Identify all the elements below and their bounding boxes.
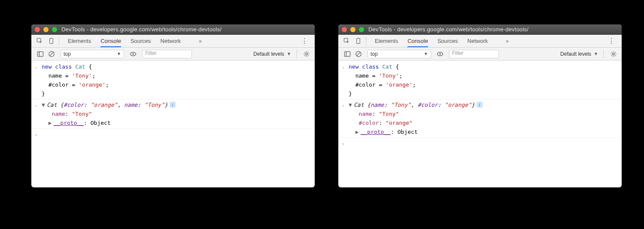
device-icon[interactable] bbox=[355, 38, 361, 44]
levels-select[interactable]: Default levels ▼ bbox=[251, 50, 294, 58]
console-prompt-row[interactable]: › bbox=[338, 138, 622, 149]
window-title: DevTools - developers.google.com/web/too… bbox=[368, 26, 529, 33]
output-prompt-icon: ‹ bbox=[342, 100, 349, 136]
sidebar-toggle-icon[interactable] bbox=[343, 50, 351, 58]
context-select[interactable]: top ▼ bbox=[368, 50, 431, 58]
sidebar-toggle-icon[interactable] bbox=[36, 50, 44, 58]
inspect-icon[interactable] bbox=[36, 38, 43, 44]
tabs-row: Elements Console Sources Network » ⋮ bbox=[31, 35, 315, 48]
info-icon[interactable]: i bbox=[170, 102, 176, 108]
tab-console[interactable]: Console bbox=[100, 38, 121, 44]
filter-input[interactable]: Filter bbox=[142, 50, 192, 58]
devtools-window-right: DevTools - developers.google.com/web/too… bbox=[338, 24, 622, 187]
tabs: Elements Console Sources Network » bbox=[369, 38, 509, 44]
minimize-icon[interactable] bbox=[43, 27, 49, 32]
svg-point-16 bbox=[439, 53, 441, 55]
prop-name: name bbox=[358, 111, 372, 117]
clear-icon[interactable] bbox=[355, 50, 362, 58]
console-output: ▼Cat {name: "Tony", #color: "orange"}i n… bbox=[349, 100, 618, 136]
svg-rect-2 bbox=[38, 51, 43, 56]
chevron-down-icon: ▼ bbox=[117, 51, 121, 56]
console-input-code: new class Cat { name = 'Tony'; #color = … bbox=[42, 62, 311, 98]
tab-sources[interactable]: Sources bbox=[437, 38, 458, 44]
chevron-down-icon: ▼ bbox=[424, 51, 428, 56]
expand-icon[interactable]: ▼ bbox=[349, 100, 354, 109]
more-tabs-icon[interactable]: » bbox=[199, 38, 202, 44]
titlebar[interactable]: DevTools - developers.google.com/web/too… bbox=[338, 24, 622, 35]
live-expression-icon[interactable] bbox=[436, 50, 444, 58]
context-select[interactable]: top ▼ bbox=[61, 50, 124, 58]
collapse-icon[interactable]: ▶ bbox=[49, 118, 54, 127]
svg-rect-11 bbox=[345, 51, 350, 56]
levels-select[interactable]: Default levels ▼ bbox=[558, 50, 601, 58]
filter-input[interactable]: Filter bbox=[449, 50, 499, 58]
clear-icon[interactable] bbox=[48, 50, 55, 58]
gear-icon[interactable] bbox=[610, 50, 617, 58]
input-prompt-icon: › bbox=[35, 62, 42, 98]
titlebar[interactable]: DevTools - developers.google.com/web/too… bbox=[31, 24, 315, 35]
console-prompt-row[interactable]: › bbox=[31, 129, 315, 140]
tab-network[interactable]: Network bbox=[468, 38, 488, 44]
input-prompt-icon: › bbox=[35, 130, 42, 139]
console-output-row: ‹ ▼Cat {name: "Tony", #color: "orange"}i… bbox=[338, 99, 622, 138]
svg-rect-1 bbox=[50, 38, 53, 43]
filter-placeholder: Filter bbox=[452, 50, 464, 56]
console-output: ▼Cat {#color: "orange", name: "Tony"}i n… bbox=[42, 100, 311, 127]
svg-rect-10 bbox=[357, 38, 360, 43]
tab-elements[interactable]: Elements bbox=[375, 38, 398, 44]
console-input-row: › new class Cat { name = 'Tony'; #color … bbox=[31, 61, 315, 99]
console-input-code: new class Cat { name = 'Tony'; #color = … bbox=[349, 62, 618, 98]
chevron-down-icon: ▼ bbox=[594, 51, 598, 56]
separator bbox=[296, 50, 297, 58]
expand-icon[interactable]: ▼ bbox=[42, 100, 47, 109]
svg-line-5 bbox=[50, 52, 53, 56]
svg-point-17 bbox=[613, 53, 614, 54]
tab-elements[interactable]: Elements bbox=[68, 38, 91, 44]
levels-value: Default levels bbox=[253, 51, 284, 57]
tab-sources[interactable]: Sources bbox=[131, 38, 151, 44]
console-toolbar: top ▼ Filter Default levels ▼ bbox=[338, 48, 622, 60]
close-icon[interactable] bbox=[35, 27, 40, 32]
console-body[interactable]: › new class Cat { name = 'Tony'; #color … bbox=[338, 60, 622, 150]
console-output-row: ‹ ▼Cat {#color: "orange", name: "Tony"}i… bbox=[31, 99, 315, 129]
console-body[interactable]: › new class Cat { name = 'Tony'; #color … bbox=[31, 60, 315, 141]
prop-proto[interactable]: __proto__ bbox=[361, 129, 391, 135]
console-prompt[interactable] bbox=[349, 139, 618, 148]
live-expression-icon[interactable] bbox=[129, 50, 137, 58]
levels-value: Default levels bbox=[560, 51, 591, 57]
console-input-row: › new class Cat { name = 'Tony'; #color … bbox=[338, 61, 622, 99]
input-prompt-icon: › bbox=[342, 139, 349, 148]
input-prompt-icon: › bbox=[342, 62, 349, 98]
console-toolbar: top ▼ Filter Default levels ▼ bbox=[31, 48, 315, 60]
tab-console[interactable]: Console bbox=[407, 38, 428, 44]
minimize-icon[interactable] bbox=[350, 27, 355, 32]
prop-proto[interactable]: __proto__ bbox=[54, 120, 84, 126]
fullscreen-icon[interactable] bbox=[359, 27, 364, 32]
console-prompt[interactable] bbox=[42, 130, 311, 139]
more-tabs-icon[interactable]: » bbox=[506, 38, 509, 44]
traffic-lights bbox=[35, 27, 57, 32]
collapse-icon[interactable]: ▶ bbox=[355, 127, 361, 136]
svg-point-8 bbox=[306, 53, 307, 54]
filter-placeholder: Filter bbox=[145, 50, 157, 56]
tabs: Elements Console Sources Network » bbox=[62, 38, 202, 44]
tab-network[interactable]: Network bbox=[161, 38, 181, 44]
tabs-row: Elements Console Sources Network » ⋮ bbox=[338, 35, 622, 48]
chevron-down-icon: ▼ bbox=[287, 51, 291, 56]
fullscreen-icon[interactable] bbox=[52, 27, 57, 32]
info-icon[interactable]: i bbox=[477, 102, 483, 108]
prop-color: #color bbox=[358, 120, 379, 126]
context-value: top bbox=[371, 51, 378, 57]
gear-icon[interactable] bbox=[303, 50, 310, 58]
inspect-icon[interactable] bbox=[343, 38, 350, 44]
close-icon[interactable] bbox=[342, 27, 347, 32]
context-value: top bbox=[64, 51, 71, 57]
output-prompt-icon: ‹ bbox=[35, 100, 42, 127]
separator bbox=[366, 37, 366, 45]
separator bbox=[603, 50, 604, 58]
devtools-window-left: DevTools - developers.google.com/web/too… bbox=[31, 24, 315, 187]
prop-name: name bbox=[52, 111, 65, 117]
window-title: DevTools - developers.google.com/web/too… bbox=[61, 26, 222, 33]
device-icon[interactable] bbox=[48, 38, 55, 44]
traffic-lights bbox=[342, 27, 364, 32]
